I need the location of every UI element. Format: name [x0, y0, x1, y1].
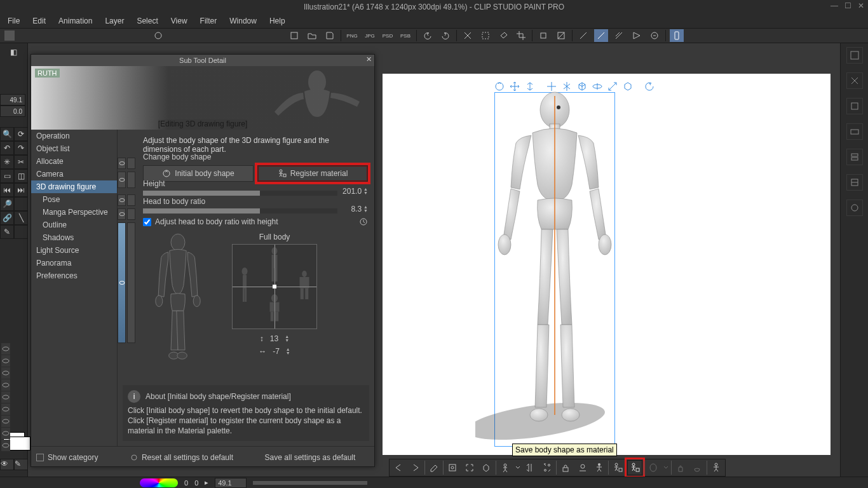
- export-jpg-icon[interactable]: JPG: [363, 29, 377, 42]
- color-wheel-icon[interactable]: [140, 478, 178, 487]
- snap-ruler-icon[interactable]: [594, 29, 608, 42]
- detail-toggle-icon[interactable]: [127, 172, 135, 188]
- next-material-icon[interactable]: [407, 460, 423, 475]
- undo-icon[interactable]: [421, 29, 435, 42]
- cat-pose[interactable]: Pose: [31, 193, 117, 206]
- reset-pose-icon[interactable]: [539, 460, 555, 475]
- menu-layer[interactable]: Layer: [105, 17, 124, 25]
- spinner-icon[interactable]: ▲▼: [363, 187, 368, 195]
- cat-shadows[interactable]: Shadows: [31, 231, 117, 244]
- fit-icon[interactable]: [462, 460, 477, 475]
- tool-skipfwd-icon[interactable]: ⏭: [14, 183, 28, 197]
- tool-link-icon[interactable]: 🔗: [0, 211, 14, 225]
- clock-icon[interactable]: [359, 217, 368, 226]
- initial-pose-icon[interactable]: [592, 460, 607, 475]
- camera-zoom-icon[interactable]: [524, 80, 536, 93]
- redo-icon[interactable]: [438, 29, 452, 42]
- export-png-icon[interactable]: PNG: [345, 29, 359, 42]
- obj-cube-icon[interactable]: [576, 80, 588, 93]
- save-icon[interactable]: [323, 29, 337, 42]
- right-palette-4-icon[interactable]: [846, 123, 863, 140]
- manage-figure-icon[interactable]: [709, 460, 724, 475]
- obj-move-icon[interactable]: [545, 80, 558, 93]
- edit-icon[interactable]: [426, 460, 442, 475]
- ground-snap-icon[interactable]: [574, 460, 590, 475]
- assist-icon[interactable]: [648, 29, 661, 42]
- menu-help[interactable]: Help: [269, 17, 285, 25]
- reset-all-button[interactable]: Reset all settings to default: [118, 447, 246, 468]
- leftright-arrows-icon[interactable]: ↔: [259, 347, 266, 356]
- cat-operation[interactable]: Operation: [31, 130, 117, 142]
- clear-icon[interactable]: [461, 29, 475, 42]
- angle-readout[interactable]: 0.0: [0, 105, 25, 117]
- right-palette-1-icon[interactable]: [846, 47, 863, 64]
- maximize-icon[interactable]: ☐: [844, 1, 851, 10]
- register-material-button[interactable]: Register material: [257, 165, 368, 182]
- flip-pose-icon[interactable]: [522, 460, 538, 475]
- spinner-icon[interactable]: ▲▼: [286, 348, 290, 355]
- camera-rotate-icon[interactable]: [493, 80, 506, 93]
- menu-file[interactable]: File: [8, 17, 20, 25]
- clear-outside-icon[interactable]: [478, 29, 492, 42]
- adjust-ratio-checkbox[interactable]: [143, 218, 151, 226]
- foot-list-icon[interactable]: [689, 460, 705, 475]
- layer-eye-1-icon[interactable]: [1, 343, 10, 355]
- layer-eye-7-icon[interactable]: [1, 416, 10, 427]
- obj-rotatey-icon[interactable]: [591, 80, 604, 93]
- tool-find-icon[interactable]: 🔎: [0, 197, 14, 211]
- tool-cut-icon[interactable]: ✂: [14, 155, 28, 169]
- body-quad-picker[interactable]: [232, 244, 317, 329]
- tool-skip-icon[interactable]: ⏮: [0, 183, 14, 197]
- cat-light[interactable]: Light Source: [31, 244, 117, 257]
- menu-window[interactable]: Window: [229, 17, 257, 25]
- close-icon[interactable]: ✕: [366, 55, 372, 64]
- layer-eye-2-icon[interactable]: [1, 355, 10, 367]
- obj-undo-icon[interactable]: [643, 80, 656, 93]
- ratio-value[interactable]: 8.3: [351, 205, 362, 214]
- spinner-icon[interactable]: ▲▼: [363, 205, 368, 213]
- detail-toggle-icon[interactable]: [127, 208, 135, 220]
- tool-line-icon[interactable]: ╲: [14, 211, 28, 225]
- grid-icon[interactable]: [630, 29, 644, 42]
- close-icon[interactable]: ✕: [858, 1, 864, 10]
- brush-size-icon[interactable]: [151, 29, 165, 42]
- tool-redo-small-icon[interactable]: ↷: [14, 141, 28, 155]
- show-category-checkbox[interactable]: [36, 454, 44, 461]
- detail-toggle-icon[interactable]: [127, 222, 135, 343]
- prev-material-icon[interactable]: [391, 460, 406, 475]
- pose-list-icon[interactable]: [497, 460, 512, 475]
- save-all-button[interactable]: Save all settings as default: [246, 447, 374, 468]
- menu-animation[interactable]: Animation: [58, 17, 92, 25]
- ruler-icon[interactable]: [576, 29, 590, 42]
- transform-icon[interactable]: [536, 29, 550, 42]
- hand-list-icon[interactable]: [673, 460, 688, 475]
- cat-allocate[interactable]: Allocate: [31, 155, 117, 168]
- updown-arrows-icon[interactable]: ↕: [260, 334, 264, 343]
- camera-angle-icon[interactable]: [478, 460, 494, 475]
- tool-rotate-icon[interactable]: ⟳: [14, 127, 28, 141]
- body-dropdown-icon[interactable]: [662, 460, 669, 475]
- cat-panorama[interactable]: Panorama: [31, 257, 117, 269]
- minimize-icon[interactable]: —: [831, 1, 838, 10]
- right-palette-2-icon[interactable]: [846, 72, 863, 89]
- right-palette-6-icon[interactable]: [846, 174, 863, 191]
- layer-eye-3-icon[interactable]: [1, 367, 10, 379]
- height-value[interactable]: 201.0: [342, 187, 362, 196]
- crop-icon[interactable]: [514, 29, 528, 42]
- camera-focus-icon[interactable]: [445, 460, 460, 475]
- layer-eye-4-icon[interactable]: [1, 379, 10, 391]
- zoom-readout[interactable]: 49.1: [0, 94, 25, 105]
- palette-toggle-icon[interactable]: ◧: [7, 46, 21, 58]
- tool-pen-icon[interactable]: ✎: [0, 225, 14, 239]
- cat-manga[interactable]: Manga Perspective: [31, 206, 117, 219]
- export-psb-icon[interactable]: PSB: [398, 29, 412, 42]
- cat-outline[interactable]: Outline: [31, 219, 117, 231]
- cat-3d-figure[interactable]: 3D drawing figure: [31, 180, 117, 193]
- status-zoom[interactable]: 49.1: [215, 478, 247, 488]
- obj-rotate3d-icon[interactable]: [560, 80, 573, 93]
- quad-val-1[interactable]: 13: [270, 334, 278, 343]
- cat-camera[interactable]: Camera: [31, 168, 117, 180]
- tool-undo-small-icon[interactable]: ↶: [0, 141, 14, 155]
- tool-zoom-icon[interactable]: 🔍: [0, 127, 14, 141]
- ratio-slider[interactable]: [143, 208, 337, 214]
